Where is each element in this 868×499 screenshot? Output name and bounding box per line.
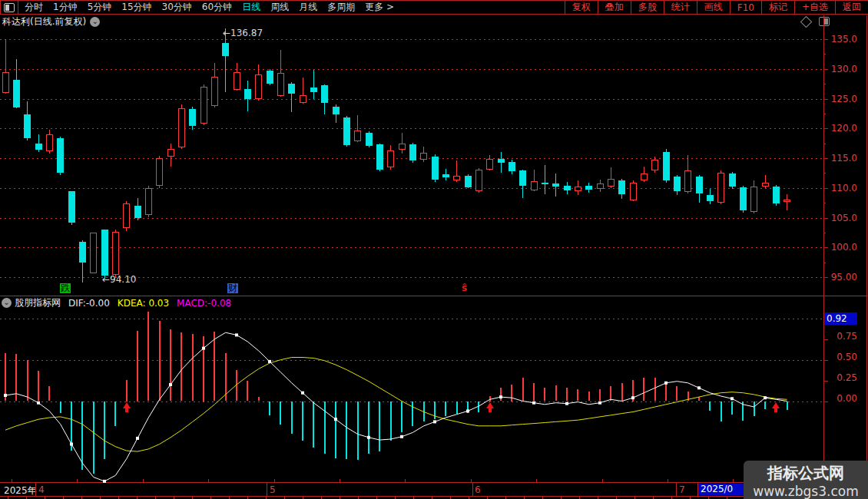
macd-bar [302, 402, 303, 441]
candle-body [498, 159, 505, 163]
candle-body [475, 170, 482, 192]
candle-body [618, 180, 625, 194]
xaxis-week-tick [405, 479, 406, 483]
macd-bar [27, 360, 28, 402]
candle-wick [313, 70, 314, 100]
candle-body [277, 73, 284, 96]
buy-arrow-stem [125, 408, 128, 412]
macd-bar [126, 380, 128, 402]
year-label: 2025年 [4, 484, 37, 497]
xaxis-week-tick [602, 479, 603, 483]
macd-bar [632, 380, 634, 402]
macd-bar [258, 397, 260, 401]
macd-bar [214, 332, 215, 401]
candle-body [432, 157, 439, 180]
macd-bar [434, 402, 436, 420]
price-gridline [0, 247, 823, 248]
panel-separator-line [0, 296, 868, 296]
macd-bar [181, 332, 182, 401]
macd-bar [15, 354, 17, 401]
axis-major-tick [823, 339, 828, 340]
chevron-down-icon[interactable]: ⌄ [2, 298, 12, 308]
indicator-header: ⌄ 股朋指标网 DIF:-0.00 KDEA: 0.03 MACD:-0.08 [0, 297, 822, 309]
macd-bar [742, 402, 744, 421]
xaxis-week-tick [12, 479, 12, 483]
axis-minor-tick [823, 233, 826, 233]
buy-arrow-stem [489, 408, 492, 412]
axis-minor-tick [823, 144, 826, 144]
macd-bar [709, 402, 711, 411]
axis-minor-tick [823, 114, 826, 114]
candle-body [486, 159, 493, 170]
candle-body [333, 107, 340, 114]
macd-bar [335, 402, 336, 458]
candle-body [13, 80, 20, 107]
macd-bar [225, 353, 227, 401]
axis-major-tick [823, 158, 828, 159]
axis-minor-tick [823, 203, 826, 203]
xaxis-divider [35, 483, 36, 496]
xaxis-bottom-line [0, 496, 868, 497]
axis-border-line [823, 15, 824, 497]
macd-bar [170, 329, 171, 402]
xaxis-divider [676, 483, 677, 496]
macd-bar [467, 402, 469, 413]
candle-body [531, 181, 538, 190]
candle-body [663, 152, 670, 180]
candle-body [178, 108, 185, 147]
macd-bar [533, 383, 535, 402]
price-annotation: ←136.87 [223, 28, 263, 38]
candle-body [696, 177, 703, 193]
macd-bar [423, 402, 425, 422]
macd-bar [48, 386, 50, 401]
candle-body [310, 88, 317, 92]
candle-body [255, 74, 262, 100]
xaxis-top-line [0, 482, 868, 483]
macd-bar [313, 402, 314, 448]
axis-major-tick [823, 247, 828, 248]
candle-body [376, 144, 383, 170]
candle-body [267, 71, 273, 84]
macd-bar [676, 386, 678, 401]
macd-bar [511, 385, 512, 402]
candle-body [354, 131, 361, 140]
indicator-source: 股朋指标网 [15, 296, 61, 309]
window-right-border [866, 15, 867, 468]
trading-app-window: 分时1分钟5分钟15分钟30分钟60分钟日线周线月线多周期更多 > 复权叠加多股… [0, 0, 868, 499]
candle-body [684, 170, 691, 193]
axis-major-tick [823, 277, 828, 278]
candle-body [542, 183, 548, 184]
candle-body [288, 84, 295, 94]
macd-current-value-box: 0.92 [824, 312, 857, 325]
month-label: 4 [38, 484, 45, 495]
candle-body [641, 173, 648, 180]
watermark-title: 指标公式网 [744, 463, 868, 484]
macd-bar [346, 402, 347, 459]
price-gridline [0, 69, 823, 70]
macd-bar [522, 378, 524, 401]
candle-body [366, 133, 373, 145]
month-label: 5 [270, 484, 276, 495]
candle-body [24, 114, 31, 139]
watermark-url: www.zbgs3.com [744, 484, 868, 499]
xaxis-week-tick [274, 479, 275, 483]
candle-body [519, 170, 526, 185]
axis-major-tick [823, 360, 828, 361]
axis-major-tick [823, 402, 828, 402]
macd-bar [324, 402, 326, 454]
candle-body [564, 186, 571, 190]
candle-body [112, 232, 119, 275]
macd-bar [401, 402, 403, 433]
xaxis-week-tick [208, 479, 209, 483]
macd-bar [280, 402, 281, 425]
macd-bar [38, 371, 39, 402]
macd-bar [93, 402, 94, 474]
macd-bar [114, 402, 116, 426]
month-label: 6 [475, 484, 481, 495]
macd-value: MACD:-0.08 [177, 298, 231, 309]
signal-badge: ŝ [461, 283, 468, 293]
candle-wick [545, 165, 545, 195]
macd-bar [764, 402, 766, 410]
macd-bar [5, 353, 6, 401]
candle-body [387, 150, 394, 168]
